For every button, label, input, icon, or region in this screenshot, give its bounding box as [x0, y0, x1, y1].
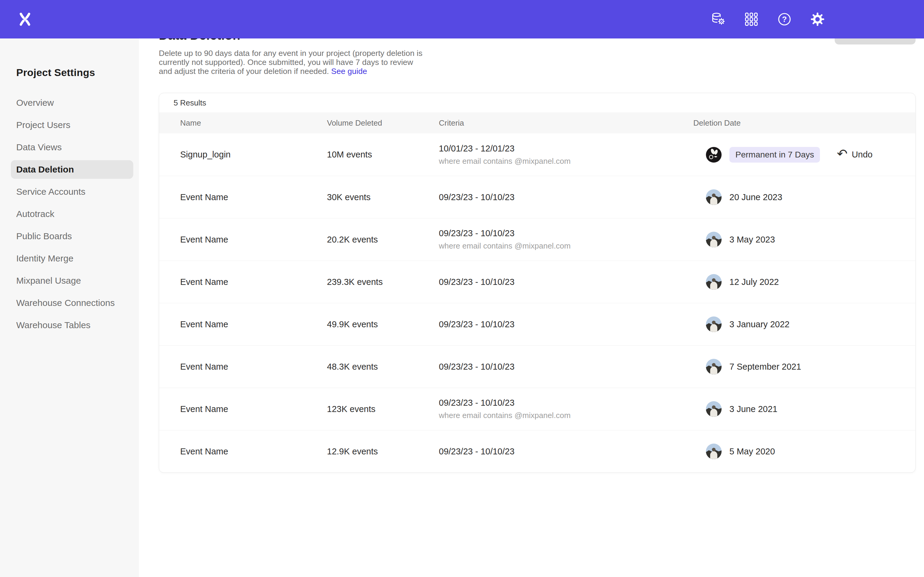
table-body: Signup_login 10M events 10/01/23 - 12/01…: [159, 134, 915, 472]
sidebar-item-label: Warehouse Connections: [16, 298, 115, 308]
user-avatar: [706, 316, 722, 332]
row-criteria-cell: 10/01/23 - 12/01/23 where email contains…: [439, 143, 693, 166]
row-volume: 123K events: [327, 404, 439, 414]
row-criteria-sub: where email contains @mixpanel.com: [439, 241, 693, 251]
deletion-date: 3 January 2022: [729, 319, 790, 329]
row-volume: 10M events: [327, 150, 439, 160]
row-criteria: 09/23/23 - 10/10/23: [439, 362, 693, 372]
apps-grid-icon[interactable]: [744, 12, 759, 26]
sidebar-heading: Project Settings: [16, 67, 139, 79]
row-deletion-cell: 3 June 2021: [693, 401, 915, 417]
results-card: 5 Results Name Volume Deleted Criteria D…: [159, 93, 916, 473]
table-row: Event Name 48.3K events 09/23/23 - 10/10…: [159, 345, 915, 388]
row-deletion-cell: 12 July 2022: [693, 274, 915, 290]
deletion-date: 3 June 2021: [729, 404, 777, 414]
table-header: Name Volume Deleted Criteria Deletion Da…: [159, 113, 915, 134]
row-criteria: 09/23/23 - 10/10/23: [439, 277, 693, 287]
sidebar-item-overview[interactable]: Overview: [0, 92, 139, 114]
row-criteria-sub: where email contains @mixpanel.com: [439, 156, 693, 166]
sidebar-item-label: Project Users: [16, 120, 70, 130]
table-row: Event Name 239.3K events 09/23/23 - 10/1…: [159, 261, 915, 303]
sidebar-nav: Overview Project Users Data Views Data D…: [0, 92, 139, 336]
row-name: Event Name: [180, 404, 327, 414]
see-guide-link[interactable]: See guide: [331, 67, 367, 76]
sidebar-item-label: Autotrack: [16, 209, 55, 219]
table-row: Signup_login 10M events 10/01/23 - 12/01…: [159, 134, 915, 176]
sidebar-item-label: Data Views: [16, 142, 61, 152]
row-deletion-cell: 3 May 2023: [693, 232, 915, 247]
row-volume: 20.2K events: [327, 235, 439, 245]
sidebar-item-label: Data Deletion: [16, 164, 74, 175]
row-volume: 30K events: [327, 192, 439, 202]
row-criteria-cell: 09/23/23 - 10/10/23: [439, 192, 693, 202]
row-deletion-cell: Permanent in 7 Days ↶ Undo: [693, 147, 915, 163]
row-name: Signup_login: [180, 150, 327, 160]
row-criteria: 10/01/23 - 12/01/23: [439, 143, 693, 153]
deletion-date: 5 May 2020: [729, 446, 775, 456]
user-avatar: [706, 147, 722, 163]
undo-button[interactable]: ↶ Undo: [837, 149, 872, 160]
row-criteria: 09/23/23 - 10/10/23: [439, 228, 693, 238]
settings-icon[interactable]: [810, 12, 825, 26]
col-header-criteria: Criteria: [439, 118, 693, 128]
sidebar-item-warehouse-connections[interactable]: Warehouse Connections: [0, 292, 139, 314]
row-deletion-cell: 20 June 2023: [693, 189, 915, 205]
sidebar-item-data-deletion[interactable]: Data Deletion: [11, 160, 133, 179]
row-criteria-sub: where email contains @mixpanel.com: [439, 411, 693, 420]
row-volume: 49.9K events: [327, 319, 439, 329]
row-volume: 48.3K events: [327, 362, 439, 372]
row-criteria: 09/23/23 - 10/10/23: [439, 398, 693, 408]
row-criteria: 09/23/23 - 10/10/23: [439, 446, 693, 456]
data-management-icon[interactable]: [711, 12, 725, 26]
row-volume: 12.9K events: [327, 446, 439, 456]
page-description-text: Delete up to 90 days data for any event …: [159, 49, 422, 76]
deletion-date: 20 June 2023: [729, 192, 782, 202]
row-name: Event Name: [180, 446, 327, 456]
row-criteria-cell: 09/23/23 - 10/10/23: [439, 362, 693, 372]
row-criteria-cell: 09/23/23 - 10/10/23: [439, 277, 693, 287]
sidebar-item-data-views[interactable]: Data Views: [0, 136, 139, 158]
user-avatar: [706, 401, 722, 417]
sidebar-item-identity-merge[interactable]: Identity Merge: [0, 247, 139, 269]
sidebar-item-label: Service Accounts: [16, 187, 86, 197]
user-avatar: [706, 189, 722, 205]
topbar-icons: ?: [711, 12, 924, 26]
sidebar-item-label: Warehouse Tables: [16, 320, 90, 330]
col-header-name: Name: [180, 118, 327, 128]
user-avatar: [706, 359, 722, 374]
row-name: Event Name: [180, 277, 327, 287]
sidebar-item-service-accounts[interactable]: Service Accounts: [0, 181, 139, 203]
user-avatar: [706, 274, 722, 290]
row-volume: 239.3K events: [327, 277, 439, 287]
col-header-volume: Volume Deleted: [327, 118, 439, 128]
help-icon[interactable]: ?: [777, 12, 792, 26]
col-header-deletion-date: Deletion Date: [693, 118, 915, 128]
row-criteria-cell: 09/23/23 - 10/10/23: [439, 319, 693, 329]
main-content: Data Deletion Delete up to 90 days data …: [139, 0, 924, 538]
page-description: Delete up to 90 days data for any event …: [159, 49, 423, 76]
user-avatar: [706, 443, 722, 459]
mixpanel-logo-icon[interactable]: [18, 12, 32, 27]
sidebar-item-label: Identity Merge: [16, 253, 73, 264]
sidebar-item-autotrack[interactable]: Autotrack: [0, 203, 139, 225]
row-deletion-cell: 3 January 2022: [693, 316, 915, 332]
row-name: Event Name: [180, 362, 327, 372]
table-row: Event Name 30K events 09/23/23 - 10/10/2…: [159, 176, 915, 218]
user-avatar: [706, 232, 722, 247]
sidebar-item-warehouse-tables[interactable]: Warehouse Tables: [0, 314, 139, 336]
row-criteria-cell: 09/23/23 - 10/10/23 where email contains…: [439, 398, 693, 420]
table-row: Event Name 123K events 09/23/23 - 10/10/…: [159, 388, 915, 430]
permanence-badge: Permanent in 7 Days: [729, 147, 820, 163]
sidebar-item-public-boards[interactable]: Public Boards: [0, 225, 139, 247]
table-row: Event Name 12.9K events 09/23/23 - 10/10…: [159, 430, 915, 472]
sidebar-item-project-users[interactable]: Project Users: [0, 114, 139, 136]
table-row: Event Name 49.9K events 09/23/23 - 10/10…: [159, 303, 915, 345]
row-criteria-cell: 09/23/23 - 10/10/23: [439, 446, 693, 456]
row-criteria-cell: 09/23/23 - 10/10/23 where email contains…: [439, 228, 693, 251]
sidebar-item-label: Mixpanel Usage: [16, 276, 81, 286]
sidebar: Project Settings Overview Project Users …: [0, 39, 139, 577]
undo-icon: ↶: [837, 148, 847, 160]
sidebar-item-mixpanel-usage[interactable]: Mixpanel Usage: [0, 269, 139, 292]
table-row: Event Name 20.2K events 09/23/23 - 10/10…: [159, 218, 915, 261]
row-criteria: 09/23/23 - 10/10/23: [439, 192, 693, 202]
